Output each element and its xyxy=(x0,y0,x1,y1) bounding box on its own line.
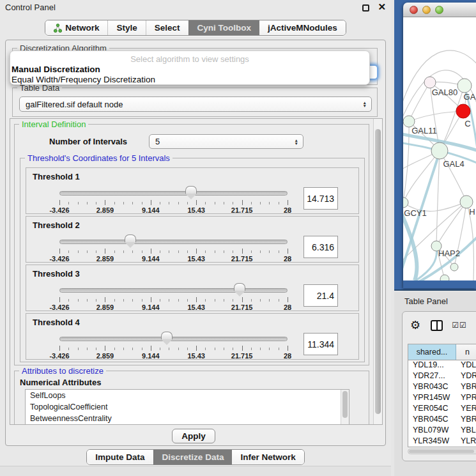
combo-value: galFiltered.sif default node xyxy=(26,100,123,109)
select-columns-icons[interactable]: ☑☑ xyxy=(452,321,467,330)
node-label: H xyxy=(469,207,475,217)
tick-label: 2.859 xyxy=(96,255,114,263)
apply-button[interactable]: Apply xyxy=(172,429,215,443)
tab-impute-data[interactable]: Impute Data xyxy=(87,450,153,464)
network-view-window: GAL80GACGAL11GAL4GCY1HHAP2 xyxy=(403,3,476,288)
table-row[interactable]: YBL079WYBL0 xyxy=(408,426,476,436)
list-scrollbar[interactable] xyxy=(341,390,349,425)
node-label: HAP2 xyxy=(438,249,460,258)
slider-knob[interactable] xyxy=(161,332,173,346)
table-row[interactable]: YPR145WYPR1 xyxy=(408,393,476,404)
number-of-intervals-combobox[interactable]: 5 ▲▼ xyxy=(149,134,303,149)
table-panel-area: Table Panel ⚙ ☑☑ shared... n YDL19...YDL… xyxy=(394,292,476,476)
close-icon[interactable]: ✕ xyxy=(378,1,386,13)
table-row[interactable]: YDL19...YDL1 xyxy=(408,360,476,371)
threshold-value-field[interactable]: 11.344 xyxy=(303,333,338,355)
network-icon xyxy=(54,24,62,33)
tab-select[interactable]: Select xyxy=(146,20,188,35)
split-columns-icon[interactable] xyxy=(431,320,443,331)
table-data-combobox[interactable]: galFiltered.sif default node ▲▼ xyxy=(19,96,372,112)
slider-track[interactable] xyxy=(59,288,288,293)
node-label: GCY1 xyxy=(404,208,426,218)
network-node[interactable] xyxy=(450,263,458,271)
network-node[interactable] xyxy=(424,77,436,88)
bottom-strip xyxy=(0,466,391,476)
tab-infer-network[interactable]: Infer Network xyxy=(232,450,303,464)
attributes-group: Attributes to discretize Numerical Attri… xyxy=(14,371,369,425)
numerical-attributes-list[interactable]: SelfLoopsTopologicalCoefficientBetweenne… xyxy=(25,389,349,425)
tick-label: -3.426 xyxy=(49,352,69,360)
threshold-value-field[interactable]: 21.4 xyxy=(303,284,338,307)
tick-label: 28 xyxy=(284,206,291,214)
dropdown-option-equal-width[interactable]: Equal Width/Frequency Discretization xyxy=(12,75,155,84)
column-header-shared-name[interactable]: shared... xyxy=(408,344,456,360)
tab-label: Impute Data xyxy=(95,452,144,462)
tab-label: jActiveMNodules xyxy=(268,23,337,33)
panel-vertical-scrollbar[interactable] xyxy=(373,119,382,424)
table-row[interactable]: YER054CYER0 xyxy=(408,404,476,415)
slider-knob[interactable] xyxy=(185,186,197,200)
threshold-label: Threshold 1 xyxy=(33,172,80,181)
tick-label: 28 xyxy=(284,352,291,360)
slider-track[interactable] xyxy=(59,191,288,196)
table-row[interactable]: YBR045CYBR0 xyxy=(408,415,476,426)
close-traffic-light-icon[interactable] xyxy=(410,6,418,14)
combo-arrows-icon: ▲▼ xyxy=(363,101,367,107)
float-window-icon[interactable] xyxy=(362,4,369,12)
table-panel-title: Table Panel xyxy=(404,296,448,306)
dropdown-option-manual[interactable]: Manual Discretization xyxy=(12,65,100,74)
group-legend: Threshold's Coordinates for 5 Intervals xyxy=(25,153,173,163)
attribute-list-item[interactable]: SelfLoops xyxy=(26,390,349,401)
network-node[interactable] xyxy=(403,197,408,208)
bottom-tabbar: Impute Data Discretize Data Infer Networ… xyxy=(0,449,391,465)
tab-style[interactable]: Style xyxy=(107,20,145,35)
tick-label: 28 xyxy=(284,303,291,311)
attribute-list-item[interactable]: TopologicalCoefficient xyxy=(26,401,349,413)
tab-label: Cyni Toolbox xyxy=(197,23,252,33)
tab-jactivemnodules[interactable]: jActiveMNodules xyxy=(259,20,346,35)
network-window-frame: GAL80GACGAL11GAL4GCY1HHAP2 xyxy=(394,0,476,291)
network-node[interactable] xyxy=(457,79,472,93)
threshold-row: Threshold 4-3.4262.8599.14415.4321.71528… xyxy=(26,313,359,360)
tick-label: 9.144 xyxy=(142,352,160,360)
slider-knob[interactable] xyxy=(125,234,136,249)
network-node[interactable] xyxy=(431,142,448,159)
tick-label: 15.43 xyxy=(187,255,205,263)
tab-discretize-data[interactable]: Discretize Data xyxy=(153,450,233,464)
table-data-group: Table Data galFiltered.sif default node … xyxy=(12,88,378,117)
interval-definition-group: Interval Definition Number of Intervals … xyxy=(14,124,369,365)
dropdown-hint: Select algorithm to view settings xyxy=(10,54,369,64)
threshold-label: Threshold 4 xyxy=(33,318,80,327)
tab-label: Discretize Data xyxy=(162,452,224,462)
tick-label: 21.715 xyxy=(231,352,253,360)
network-node[interactable] xyxy=(440,275,449,280)
table-horizontal-scrollbar[interactable] xyxy=(408,449,476,454)
combo-value: 5 xyxy=(155,137,160,146)
table-row[interactable]: YDR27...YDR2 xyxy=(408,371,476,382)
node-label: GAL11 xyxy=(411,126,437,135)
table-row[interactable]: YLR345WYLR3 xyxy=(408,436,476,447)
table-row[interactable]: YBR043CYBR0 xyxy=(408,382,476,393)
column-header-name[interactable]: n xyxy=(456,344,476,360)
threshold-value-field[interactable]: 14.713 xyxy=(303,187,338,210)
threshold-label: Threshold 2 xyxy=(33,220,80,230)
slider-track[interactable] xyxy=(59,337,288,341)
network-node[interactable] xyxy=(460,196,473,208)
threshold-row: Threshold 2-3.4262.8599.14415.4321.71528… xyxy=(26,216,359,263)
tab-network[interactable]: Network xyxy=(45,20,107,35)
group-legend: Attributes to discretize xyxy=(19,366,106,376)
node-label: GAL80 xyxy=(432,88,457,97)
attribute-list-item[interactable]: BetweennessCentrality xyxy=(26,413,349,424)
node-table[interactable]: shared... n YDL19...YDL1YDR27...YDR2YBR0… xyxy=(408,344,476,447)
minimize-traffic-light-icon[interactable] xyxy=(422,6,431,14)
network-canvas[interactable]: GAL80GACGAL11GAL4GCY1HHAP2 xyxy=(403,17,476,280)
slider-knob[interactable] xyxy=(234,283,245,297)
gear-icon[interactable]: ⚙ xyxy=(410,318,420,332)
tick-label: 9.144 xyxy=(142,255,160,263)
network-node[interactable] xyxy=(456,104,470,118)
zoom-traffic-light-icon[interactable] xyxy=(435,6,443,14)
tab-cyni-toolbox[interactable]: Cyni Toolbox xyxy=(188,20,260,35)
threshold-value-field[interactable]: 6.316 xyxy=(303,236,338,258)
slider-track[interactable] xyxy=(59,240,288,244)
algorithm-dropdown-popup: Select algorithm to view settings Manual… xyxy=(10,50,370,85)
